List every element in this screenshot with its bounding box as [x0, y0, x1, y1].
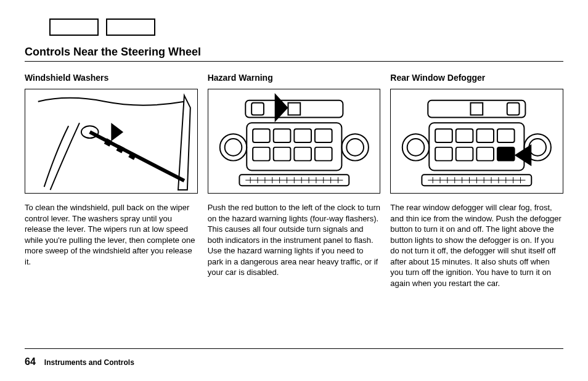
- svg-rect-13: [273, 129, 290, 142]
- svg-rect-5: [288, 103, 300, 115]
- hazard-svg: [208, 89, 380, 193]
- svg-rect-14: [294, 129, 311, 142]
- svg-rect-44: [456, 129, 473, 142]
- wiper-lever-svg: [25, 89, 197, 193]
- defogger-svg: [391, 89, 563, 193]
- page-footer: 64 Instruments and Controls: [25, 356, 134, 367]
- nav-box-next[interactable]: [106, 18, 155, 36]
- body-windshield-washers: To clean the windshield, pull back on th…: [25, 202, 198, 267]
- svg-rect-6: [251, 103, 264, 115]
- svg-rect-36: [471, 103, 483, 115]
- svg-rect-12: [253, 129, 270, 142]
- content-columns: Windshield Washers To clean the windshie…: [25, 73, 563, 289]
- nav-boxes: [49, 18, 563, 36]
- subhead-hazard-warning: Hazard Warning: [208, 73, 381, 83]
- column-hazard-warning: Hazard Warning: [208, 73, 381, 289]
- svg-point-8: [224, 139, 242, 156]
- nav-box-prev[interactable]: [49, 18, 99, 36]
- subhead-windshield-washers: Windshield Washers: [25, 73, 198, 83]
- page-number: 64: [25, 356, 36, 367]
- chapter-name: Instruments and Controls: [44, 358, 134, 367]
- svg-rect-17: [273, 147, 290, 161]
- body-rear-defogger: The rear window defogger will clear fog,…: [390, 202, 563, 289]
- svg-rect-19: [315, 147, 332, 161]
- svg-point-9: [341, 134, 368, 160]
- svg-rect-18: [294, 147, 311, 161]
- svg-rect-46: [497, 129, 515, 142]
- svg-rect-15: [315, 129, 332, 142]
- column-windshield-washers: Windshield Washers To clean the windshie…: [25, 73, 198, 289]
- svg-rect-37: [507, 103, 520, 115]
- svg-point-38: [402, 134, 429, 160]
- body-hazard-warning: Push the red button to the left of the c…: [208, 202, 381, 278]
- svg-rect-48: [456, 147, 473, 161]
- svg-rect-47: [435, 147, 452, 161]
- illustration-defogger-button: [390, 89, 563, 194]
- illustration-hazard-button: [208, 89, 381, 194]
- svg-rect-49: [477, 147, 494, 161]
- svg-point-10: [346, 139, 364, 156]
- svg-point-41: [529, 139, 547, 156]
- subhead-rear-defogger: Rear Window Defogger: [390, 73, 563, 83]
- title-rule: [25, 61, 563, 62]
- svg-point-7: [219, 134, 246, 160]
- svg-rect-45: [477, 129, 494, 142]
- page-title: Controls Near the Steering Wheel: [25, 46, 563, 59]
- manual-page: Controls Near the Steering Wheel Windshi…: [0, 0, 588, 381]
- svg-rect-43: [435, 129, 452, 142]
- illustration-wiper-lever: [25, 89, 198, 194]
- footer-rule: [25, 348, 563, 349]
- svg-rect-16: [253, 147, 270, 161]
- svg-point-39: [407, 139, 425, 156]
- svg-rect-50: [497, 147, 515, 161]
- column-rear-defogger: Rear Window Defogger: [390, 73, 563, 289]
